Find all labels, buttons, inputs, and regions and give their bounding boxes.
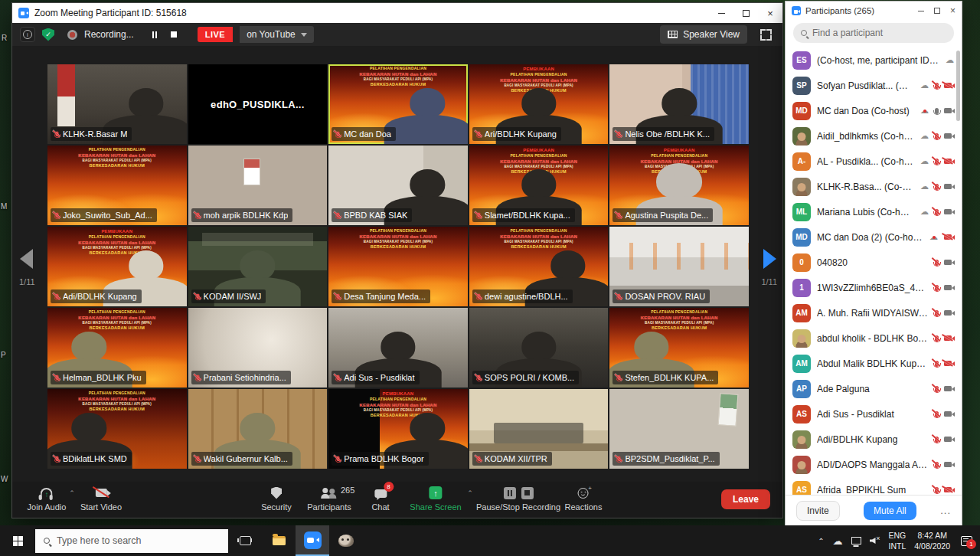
task-view-button[interactable]	[228, 525, 262, 556]
cam-on-icon	[944, 133, 952, 139]
video-tile[interactable]: PEMBUKAANPELATIHAN PENGENDALIANKEBAKARAN…	[469, 64, 609, 144]
close-button[interactable]: ×	[950, 6, 956, 15]
stop-icon[interactable]	[521, 487, 533, 499]
maximize-button[interactable]	[733, 3, 758, 23]
participant-row[interactable]: MD MC dan Doa (2) (Co-host)	[786, 224, 962, 250]
participant-row[interactable]: Adi/BDLHK Kupang	[786, 427, 962, 452]
pause-stop-recording-button[interactable]: Pause/Stop Recording	[476, 486, 560, 512]
close-button[interactable]: ×	[758, 3, 782, 23]
join-audio-button[interactable]: Join Audio	[28, 486, 67, 512]
participant-row[interactable]: AM A. Muh. Rafii WIDYAISWAR...	[786, 300, 962, 325]
security-button[interactable]: Security	[261, 486, 292, 512]
video-tile[interactable]: KODAM II/SWJ	[188, 227, 328, 306]
video-tile[interactable]: PEMBUKAANPELATIHAN PENGENDALIANKEBAKARAN…	[47, 227, 187, 306]
participant-row[interactable]: Aidil_bdlhkmks (Co-host)	[786, 123, 962, 149]
video-tile[interactable]: PEMBUKAANPELATIHAN PENGENDALIANKEBAKARAN…	[469, 227, 609, 306]
cam-on-icon	[944, 108, 952, 113]
video-tile[interactable]: DOSAN PROV. RIAU	[609, 227, 749, 306]
participant-row[interactable]: ADI/DAOPS Manggala Agni...	[786, 452, 962, 477]
tile-name-label: Desa Tanjung Meda...	[332, 289, 430, 303]
leave-button[interactable]: Leave	[721, 489, 770, 509]
video-tile[interactable]: PEMBUKAANPELATIHAN PENGENDALIANKEBAKARAN…	[328, 227, 468, 306]
video-tile[interactable]: edhO_PUSDIKLA...	[188, 64, 328, 144]
chat-button[interactable]: 8 Chat	[371, 486, 389, 512]
cam-off-icon	[944, 83, 952, 88]
pause-recording-button[interactable]	[149, 28, 161, 41]
taskbar-search-input[interactable]	[57, 535, 220, 546]
minimize-button[interactable]	[918, 11, 924, 11]
participant-row[interactable]: AS Afrida_BPPIKHL Sum	[786, 477, 962, 495]
participant-row[interactable]: ES (Co-host, me, participant ID: 515	[786, 47, 962, 73]
participant-row[interactable]: 1 1WI3vZZlimh6BE0aS_401SA...	[786, 275, 962, 300]
participant-search[interactable]	[793, 23, 954, 43]
video-tile[interactable]: KLHK-R.Basar M	[47, 64, 187, 144]
participant-search-input[interactable]	[812, 28, 946, 38]
start-video-button[interactable]: Start Video	[80, 486, 122, 512]
video-tile[interactable]: SOPS POLRI / KOMB...	[469, 308, 609, 388]
language-indicator[interactable]: ENG INTL	[889, 530, 906, 551]
muted-mic-icon	[337, 213, 340, 218]
participant-row[interactable]: KLHK-R.Basa... (Co-host)	[786, 174, 962, 199]
minimize-button[interactable]	[709, 3, 733, 23]
video-tile[interactable]: PEMBUKAANPELATIHAN PENGENDALIANKEBAKARAN…	[469, 146, 609, 225]
video-tile[interactable]: BP2SDM_Pusdiklat_P...	[609, 389, 749, 469]
video-tile[interactable]: PEMBUKAANPELATIHAN PENGENDALIANKEBAKARAN…	[609, 146, 749, 225]
stop-recording-button[interactable]	[168, 28, 180, 41]
start-button[interactable]	[0, 525, 35, 556]
share-options-caret[interactable]: ⌃	[467, 489, 473, 497]
live-destination-dropdown[interactable]: on YouTube	[240, 26, 314, 43]
video-tile[interactable]: Nelis Obe /BDLHK K...	[609, 64, 749, 144]
avatar: AM	[792, 304, 811, 322]
video-tile[interactable]: PEMBUKAANPELATIHAN PENGENDALIANKEBAKARAN…	[328, 64, 468, 144]
more-options-button[interactable]: ...	[940, 505, 951, 516]
participant-row[interactable]: AM Abdul Malik BDLHK Kupang	[786, 351, 962, 376]
participant-row[interactable]: SP Sofyan Pusdiklat... (Host)	[786, 73, 962, 98]
show-hidden-icons-caret[interactable]: ⌃	[818, 537, 824, 545]
video-tile[interactable]: Prabani Setiohindria...	[188, 308, 328, 388]
reactions-button[interactable]: + Reactions	[565, 486, 603, 512]
video-tile[interactable]: PEMBUKAANPELATIHAN PENGENDALIANKEBAKARAN…	[609, 308, 749, 388]
video-tile[interactable]: PEMBUKAANPELATIHAN PENGENDALIANKEBAKARAN…	[47, 389, 187, 469]
video-tile[interactable]: Adi Sus - Pusdiklat	[328, 308, 468, 388]
fullscreen-button[interactable]	[760, 29, 772, 41]
meeting-info-button[interactable]	[20, 27, 35, 42]
video-tile[interactable]: PEMBUKAANPELATIHAN PENGENDALIANKEBAKARAN…	[47, 308, 187, 388]
audio-options-caret[interactable]: ⌃	[69, 489, 75, 497]
maximize-button[interactable]	[934, 8, 940, 14]
share-screen-button[interactable]: Share Screen	[410, 486, 461, 512]
video-tile[interactable]: PEMBUKAANPELATIHAN PENGENDALIANKEBAKARAN…	[328, 389, 468, 469]
clock[interactable]: 8:42 AM 4/08/2020	[914, 530, 950, 551]
participant-name: dewi agustine/BDLH...	[485, 292, 568, 301]
invite-button[interactable]: Invite	[796, 501, 840, 521]
onedrive-cloud-icon[interactable]: ☁	[833, 535, 843, 547]
tile-name-label: BDiklatLHK SMD	[51, 452, 132, 466]
participant-row[interactable]: ML Mariana Lubis (Co-host)	[786, 199, 962, 224]
chat-badge: 8	[384, 482, 394, 492]
zoom-app-button[interactable]	[296, 525, 329, 556]
action-center-icon[interactable]: 1	[961, 536, 972, 546]
video-tile[interactable]: moh arpik BDLHK Kdp	[188, 146, 328, 225]
scrollbar-thumb[interactable]	[956, 51, 960, 121]
participant-row[interactable]: AS Adi Sus - Pusdiklat	[786, 401, 962, 427]
participants-button[interactable]: 265 Participants	[307, 486, 351, 512]
speaker-view-button[interactable]: Speaker View	[660, 25, 747, 44]
video-tile[interactable]: BPBD KAB SIAK	[328, 146, 468, 225]
participant-row[interactable]: abdul kholik - BDLHK Bogor	[786, 325, 962, 351]
participant-row[interactable]: AP Ade Palguna	[786, 376, 962, 401]
video-tile[interactable]: KODAM XII/TPR	[469, 389, 609, 469]
mute-all-button[interactable]: Mute All	[864, 502, 916, 520]
volume-muted-icon[interactable]	[870, 537, 880, 545]
file-explorer-button[interactable]	[262, 525, 296, 556]
participant-row[interactable]: 0 040820	[786, 250, 962, 275]
video-tile[interactable]: PEMBUKAANPELATIHAN PENGENDALIANKEBAKARAN…	[47, 146, 187, 225]
previous-page-arrow[interactable]	[20, 249, 33, 269]
participant-row[interactable]: MD MC dan Doa (Co-host)	[786, 98, 962, 123]
gimp-app-button[interactable]	[329, 525, 363, 556]
participant-row[interactable]: A- AL - Pusdikla... (Co-host)	[786, 149, 962, 174]
tile-name-label: MC dan Doa	[332, 127, 396, 141]
next-page-arrow[interactable]	[763, 249, 776, 269]
video-tile[interactable]: Wakil Gubernur Kalb...	[188, 389, 328, 469]
taskbar-search[interactable]	[35, 529, 228, 553]
pause-icon[interactable]	[503, 487, 515, 499]
network-display-icon[interactable]	[851, 537, 861, 545]
